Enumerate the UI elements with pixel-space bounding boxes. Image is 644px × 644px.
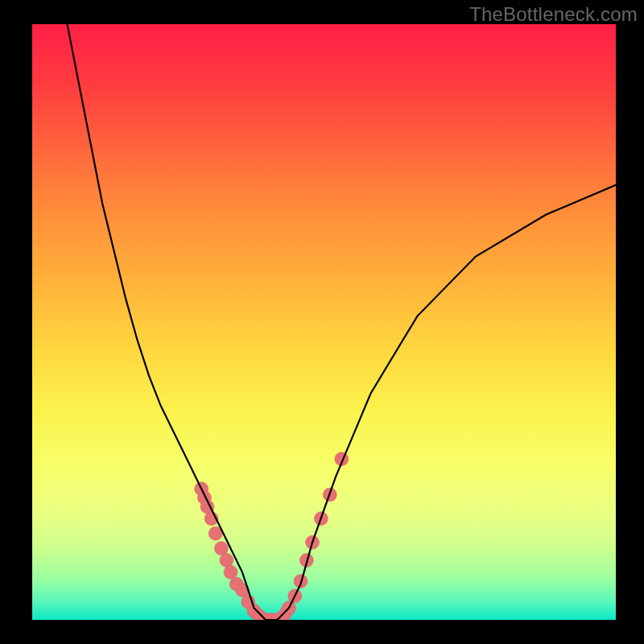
bottleneck-curve: [68, 24, 617, 620]
plot-area: [32, 24, 616, 620]
plot-svg: [32, 24, 616, 620]
data-bead: [224, 565, 237, 579]
bead-cluster: [195, 452, 349, 620]
data-bead: [214, 542, 228, 555]
data-bead: [220, 554, 233, 568]
watermark-text: TheBottleneck.com: [469, 3, 638, 26]
chart-frame: TheBottleneck.com: [0, 0, 644, 644]
